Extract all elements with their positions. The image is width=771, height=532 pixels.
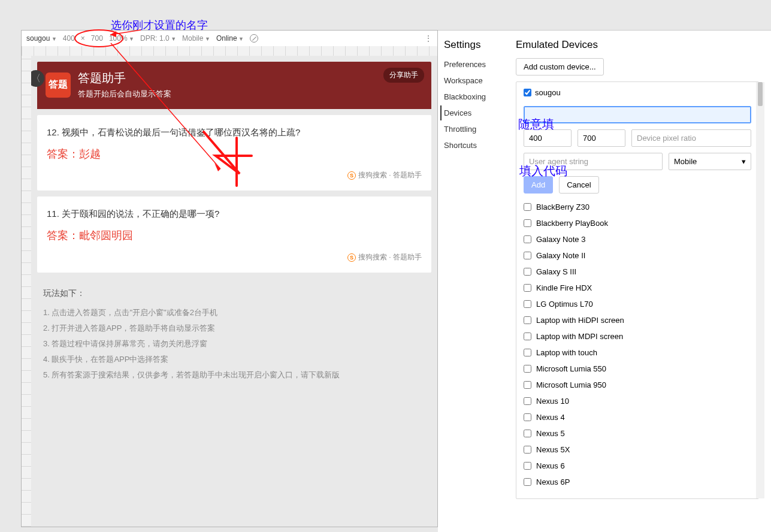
instruction-3: 3. 答题过程中请保持屏幕常亮，请勿关闭悬浮窗 bbox=[43, 336, 425, 352]
instructions-title: 玩法如下： bbox=[43, 285, 425, 301]
sidebar-item-devices[interactable]: Devices bbox=[440, 105, 501, 120]
app-header: 〈 答题 答题助手 答题开始后会自动显示答案 分享助手 bbox=[37, 62, 431, 109]
back-button[interactable]: 〈 bbox=[31, 70, 44, 87]
device-row[interactable]: Laptop with touch bbox=[524, 344, 751, 361]
device-label: Galaxy S III bbox=[536, 267, 576, 276]
device-checkbox[interactable] bbox=[524, 252, 531, 259]
type-select[interactable]: Mobile bbox=[182, 34, 210, 43]
device-frame: sougou 400 × 700 100% DPR: 1.0 Mobile On… bbox=[21, 30, 438, 527]
devices-main: Emulated Devices Add custom device... so… bbox=[504, 31, 771, 532]
device-checkbox[interactable] bbox=[524, 430, 531, 437]
device-checkbox[interactable] bbox=[524, 446, 531, 454]
question-card-11: 11. 关于颐和园的说法，不正确的是哪一项? 答案：毗邻圆明园 S搜狗搜索 · … bbox=[37, 197, 431, 272]
device-row[interactable]: Microsoft Lumia 950 bbox=[524, 377, 751, 393]
settings-title: Settings bbox=[440, 39, 501, 51]
sidebar-item-workspace[interactable]: Workspace bbox=[440, 73, 501, 88]
ruler-horizontal bbox=[22, 46, 437, 56]
question-card-12: 12. 视频中，石青松说的最后一句话借鉴了哪位西汉名将的上疏? 答案：彭越 S搜… bbox=[37, 115, 431, 191]
device-label: Galaxy Note II bbox=[536, 251, 585, 260]
device-checkbox[interactable] bbox=[524, 268, 531, 276]
question-12-text: 12. 视频中，石青松说的最后一句话借鉴了哪位西汉名将的上疏? bbox=[47, 125, 422, 140]
device-checkbox[interactable] bbox=[524, 300, 531, 308]
device-checkbox-sougou[interactable] bbox=[524, 89, 531, 96]
device-row[interactable]: Kindle Fire HDX bbox=[524, 280, 751, 296]
device-checkbox[interactable] bbox=[524, 316, 531, 324]
device-checkbox[interactable] bbox=[524, 332, 531, 340]
card-footer: S搜狗搜索 · 答题助手 bbox=[47, 169, 422, 181]
device-checkbox[interactable] bbox=[524, 462, 531, 470]
sidebar-item-throttling[interactable]: Throttling bbox=[440, 122, 501, 137]
network-select[interactable]: Online bbox=[216, 34, 244, 43]
scrollbar[interactable] bbox=[756, 82, 764, 498]
sidebar-item-blackboxing[interactable]: Blackboxing bbox=[440, 89, 501, 104]
device-row[interactable]: Microsoft Lumia 550 bbox=[524, 361, 751, 377]
device-checkbox[interactable] bbox=[524, 235, 531, 243]
device-label: Galaxy Note 3 bbox=[536, 235, 585, 244]
device-row[interactable]: LG Optimus L70 bbox=[524, 296, 751, 312]
add-button[interactable]: Add bbox=[524, 176, 553, 194]
device-label: Nexus 6P bbox=[536, 477, 570, 486]
device-row[interactable]: Galaxy Note II bbox=[524, 247, 751, 264]
cancel-button[interactable]: Cancel bbox=[559, 176, 598, 194]
device-row[interactable]: Blackberry PlayBook bbox=[524, 215, 751, 231]
zoom-select[interactable]: 100% bbox=[109, 34, 134, 43]
device-height-input[interactable] bbox=[578, 129, 625, 147]
device-row[interactable]: Nexus 5 bbox=[524, 425, 751, 442]
device-row[interactable]: Galaxy Note 3 bbox=[524, 231, 751, 247]
device-select[interactable]: sougou bbox=[26, 34, 57, 43]
device-checkbox[interactable] bbox=[524, 413, 531, 421]
app-title: 答题助手 bbox=[78, 70, 171, 86]
device-toolbar: sougou 400 × 700 100% DPR: 1.0 Mobile On… bbox=[22, 31, 437, 46]
device-row[interactable]: Nexus 6P bbox=[524, 474, 751, 490]
sidebar-item-preferences[interactable]: Preferences bbox=[440, 57, 501, 72]
device-checkbox[interactable] bbox=[524, 203, 531, 211]
device-editor: sougou Device pixel ratio User agent str… bbox=[516, 81, 759, 499]
device-dpr-input[interactable]: Device pixel ratio bbox=[631, 129, 751, 147]
device-label: Nexus 10 bbox=[536, 397, 569, 406]
device-row[interactable]: Nexus 5X bbox=[524, 442, 751, 458]
width-label[interactable]: 400 bbox=[63, 34, 75, 43]
dpr-select[interactable]: DPR: 1.0 bbox=[140, 34, 176, 43]
chevron-down-icon: ▾ bbox=[742, 157, 746, 166]
device-row[interactable]: Nexus 6 bbox=[524, 458, 751, 474]
device-width-input[interactable] bbox=[524, 129, 572, 147]
sogou-icon: S bbox=[347, 171, 356, 180]
device-row[interactable]: BlackBerry Z30 bbox=[524, 199, 751, 215]
instructions: 玩法如下： 1. 点击进入答题页，点击"开启小窗"或准备2台手机 2. 打开并进… bbox=[43, 285, 425, 383]
emulated-viewport[interactable]: 〈 答题 答题助手 答题开始后会自动显示答案 分享助手 12. 视频中，石青松说… bbox=[31, 56, 437, 527]
user-agent-input[interactable]: User agent string bbox=[524, 153, 663, 170]
card-footer: S搜狗搜索 · 答题助手 bbox=[47, 251, 422, 263]
sidebar-item-shortcuts[interactable]: Shortcuts bbox=[440, 138, 501, 153]
device-sougou-row[interactable]: sougou bbox=[516, 82, 758, 103]
device-row[interactable]: Nexus 10 bbox=[524, 393, 751, 409]
instruction-2: 2. 打开并进入答题APP，答题助手将自动显示答案 bbox=[43, 321, 425, 336]
devices-title: Emulated Devices bbox=[516, 39, 759, 51]
device-checkbox[interactable] bbox=[524, 349, 531, 356]
device-checkbox[interactable] bbox=[524, 478, 531, 486]
instruction-5: 5. 所有答案源于搜索结果，仅供参考，若答题助手中未出现开启小窗入口，请下载新版 bbox=[43, 367, 425, 383]
share-button[interactable]: 分享助手 bbox=[383, 68, 424, 83]
add-custom-device-button[interactable]: Add custom device... bbox=[516, 58, 604, 75]
height-label[interactable]: 700 bbox=[91, 34, 103, 43]
device-name-input[interactable] bbox=[524, 106, 751, 123]
no-throttle-icon[interactable] bbox=[250, 34, 258, 43]
question-11-text: 11. 关于颐和园的说法，不正确的是哪一项? bbox=[47, 206, 422, 222]
device-label: Microsoft Lumia 950 bbox=[536, 380, 606, 389]
device-row[interactable]: Laptop with MDPI screen bbox=[524, 328, 751, 344]
device-checkbox[interactable] bbox=[524, 219, 531, 227]
more-icon[interactable]: ⋮ bbox=[424, 34, 433, 43]
device-row[interactable]: Galaxy S III bbox=[524, 264, 751, 280]
device-label: Kindle Fire HDX bbox=[536, 283, 592, 292]
device-type-select[interactable]: Mobile▾ bbox=[669, 153, 751, 170]
device-label: Nexus 5X bbox=[536, 445, 570, 454]
device-checkbox[interactable] bbox=[524, 365, 531, 373]
device-row[interactable]: Laptop with HiDPI screen bbox=[524, 312, 751, 328]
app-icon: 答题 bbox=[46, 72, 71, 98]
device-checkbox[interactable] bbox=[524, 381, 531, 389]
instruction-4: 4. 眼疾手快，在答题APP中选择答案 bbox=[43, 352, 425, 367]
instruction-1: 1. 点击进入答题页，点击"开启小窗"或准备2台手机 bbox=[43, 305, 425, 321]
device-checkbox[interactable] bbox=[524, 284, 531, 292]
device-row[interactable]: Nexus 4 bbox=[524, 409, 751, 425]
device-label: BlackBerry Z30 bbox=[536, 202, 589, 211]
device-checkbox[interactable] bbox=[524, 397, 531, 405]
